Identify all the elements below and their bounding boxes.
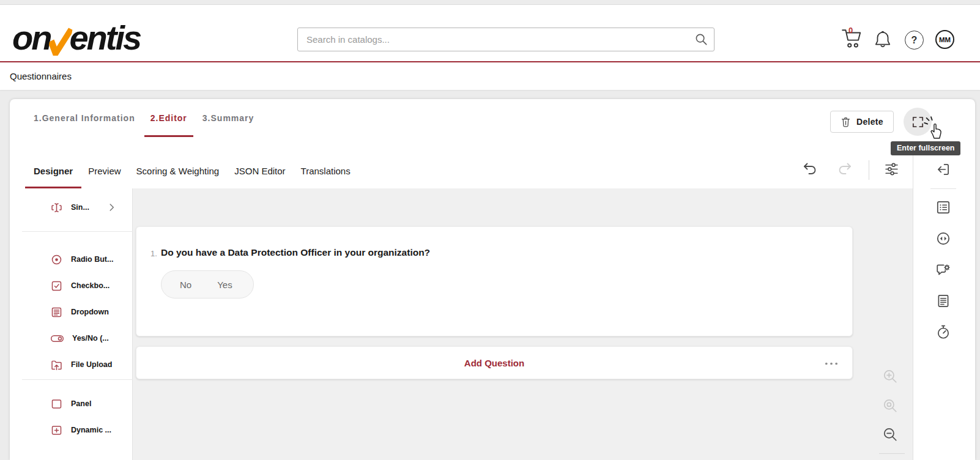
- zoom-out-button[interactable]: [882, 426, 898, 442]
- bell-icon: [874, 29, 892, 49]
- toolbox-item-label: Sin...: [71, 203, 89, 212]
- logo-text-post: entis: [69, 21, 140, 55]
- divider: [22, 231, 133, 232]
- divider: [913, 153, 913, 460]
- cart-button[interactable]: 0: [841, 28, 866, 53]
- timer-button[interactable]: [935, 324, 951, 340]
- toolbox-item-label: Radio But...: [71, 255, 113, 264]
- user-avatar[interactable]: MM: [935, 30, 954, 49]
- toolbox-item-dynamic-panel[interactable]: Dynamic ...: [10, 417, 132, 443]
- toolbox-item-panel[interactable]: Panel: [10, 391, 132, 417]
- help-button[interactable]: ?: [905, 31, 924, 50]
- tab-scoring-weighting[interactable]: Scoring & Weighting: [136, 153, 220, 188]
- question-number: 1.: [150, 249, 157, 258]
- zoom-in-icon: [882, 368, 898, 384]
- toolbox-item-label: Dropdown: [71, 308, 109, 316]
- undo-icon: [802, 161, 818, 176]
- designer-settings-button[interactable]: [884, 161, 899, 177]
- file-upload-icon: [50, 358, 63, 371]
- question-toolbox: Sin... Radio But... Checkbo... Dropdown: [10, 188, 133, 460]
- toolbox-item-dropdown[interactable]: Dropdown: [10, 299, 132, 325]
- notifications-button[interactable]: [874, 29, 892, 49]
- zoom-out-icon: [882, 426, 898, 442]
- avatar-initials: MM: [939, 36, 951, 43]
- comment-settings-button[interactable]: [935, 262, 951, 278]
- divider: [930, 188, 956, 189]
- onventis-logo[interactable]: on entis: [12, 12, 140, 55]
- zoom-in-button[interactable]: [882, 368, 898, 384]
- toolbox-item-checkbox[interactable]: Checkbo...: [10, 273, 132, 299]
- collapse-panel-button[interactable]: [935, 161, 951, 177]
- toolbox-item-label: Dynamic ...: [71, 426, 111, 434]
- tab-designer[interactable]: Designer: [34, 153, 73, 188]
- single-line-input-icon: [50, 201, 63, 214]
- toggle-icon: [50, 332, 64, 345]
- tab-translations[interactable]: Translations: [301, 153, 351, 188]
- step-summary[interactable]: 3.Summary: [202, 99, 254, 137]
- toolbox-item-radio-button[interactable]: Radio But...: [10, 247, 132, 272]
- form-settings-button[interactable]: [935, 199, 951, 215]
- zoom-reset-button[interactable]: [882, 398, 898, 414]
- breadcrumb: Questionnaires: [10, 62, 72, 90]
- tab-preview[interactable]: Preview: [88, 153, 121, 188]
- redo-button[interactable]: [837, 161, 853, 176]
- stopwatch-icon: [935, 324, 951, 340]
- zoom-reset-icon: [882, 398, 898, 414]
- help-label: ?: [911, 35, 918, 46]
- divider: [879, 453, 905, 454]
- questionnaire-editor-card: 1.General Information 2.Editor 3.Summary…: [10, 99, 975, 460]
- chat-gear-icon: [935, 262, 951, 278]
- page: { "header": { "logo_pre": "on", "logo_po…: [0, 0, 980, 460]
- checkbox-icon: [50, 280, 63, 292]
- undo-button[interactable]: [802, 161, 818, 176]
- toolbox-item-single-line-input[interactable]: Sin...: [10, 195, 132, 220]
- swap-circle-icon: [935, 231, 951, 247]
- notes-button[interactable]: [935, 293, 951, 309]
- designer-canvas: 1. Do you have a Data Protection Officer…: [133, 188, 913, 460]
- toolbox-item-file-upload[interactable]: File Upload: [10, 352, 132, 377]
- toolbox-item-yes-no[interactable]: Yes/No (...: [10, 325, 132, 351]
- radio-button-icon: [50, 253, 63, 266]
- toggle-option-no[interactable]: No: [180, 280, 191, 290]
- fullscreen-icon: [911, 116, 924, 128]
- sliders-icon: [884, 161, 899, 177]
- breadcrumb-bar: Questionnaires: [0, 62, 980, 90]
- delete-button-label: Delete: [856, 117, 883, 127]
- add-question-bar: Add Question: [136, 346, 853, 379]
- toolbox-item-label: Panel: [71, 399, 91, 408]
- divider: [869, 160, 869, 180]
- document-icon: [935, 293, 951, 309]
- wizard-steps: 1.General Information 2.Editor 3.Summary: [34, 99, 254, 137]
- toolbox-item-label: Yes/No (...: [72, 334, 109, 343]
- compare-button[interactable]: [935, 231, 951, 247]
- toolbox-item-label: Checkbo...: [71, 281, 110, 290]
- step-general-information[interactable]: 1.General Information: [34, 99, 135, 137]
- boolean-toggle[interactable]: No Yes: [161, 270, 254, 299]
- catalog-search: [297, 28, 715, 51]
- trash-icon: [841, 116, 851, 128]
- fullscreen-tooltip: Enter fullscreen: [891, 141, 960, 155]
- editor-tabs: Designer Preview Scoring & Weighting JSO…: [10, 153, 903, 188]
- panel-icon: [50, 398, 63, 410]
- chevron-right-icon[interactable]: [106, 201, 118, 213]
- delete-button[interactable]: Delete: [830, 111, 894, 133]
- toolbox-item-label: File Upload: [71, 360, 112, 369]
- dropdown-icon: [50, 306, 63, 319]
- step-editor[interactable]: 2.Editor: [150, 99, 187, 137]
- cart-count-badge: 0: [848, 26, 853, 35]
- search-icon[interactable]: [694, 32, 708, 46]
- form-list-icon: [935, 199, 951, 215]
- dynamic-panel-icon: [50, 424, 63, 437]
- fullscreen-button[interactable]: [904, 108, 932, 136]
- question-card[interactable]: 1. Do you have a Data Protection Officer…: [136, 226, 853, 336]
- more-options-icon[interactable]: [824, 362, 839, 366]
- divider: [22, 379, 133, 380]
- tab-json-editor[interactable]: JSON Editor: [234, 153, 285, 188]
- app-header: on entis 0 ? MM: [0, 4, 980, 62]
- add-question-button[interactable]: Add Question: [464, 358, 524, 368]
- search-input[interactable]: [297, 28, 715, 51]
- question-text: Do you have a Data Protection Officer in…: [161, 247, 430, 258]
- redo-icon: [837, 161, 853, 176]
- toggle-option-yes[interactable]: Yes: [217, 280, 232, 290]
- logo-text-pre: on: [12, 21, 50, 55]
